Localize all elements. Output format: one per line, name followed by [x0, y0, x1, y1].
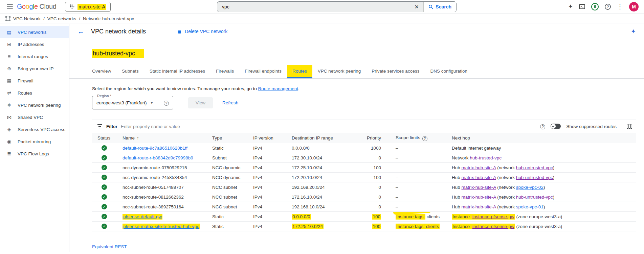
- tab-private-services-access[interactable]: Private services access: [366, 65, 425, 78]
- next-hop-link[interactable]: hub-untrusted-vpc: [516, 175, 553, 180]
- menu-icon[interactable]: [3, 0, 16, 13]
- search-input[interactable]: [217, 2, 410, 12]
- page-header: ← VPC network details Delete VPC network…: [69, 24, 644, 39]
- next-hop-link[interactable]: instance-pfsense-gw: [472, 214, 515, 220]
- sidebar-item-label: Shared VPC: [18, 115, 43, 120]
- route-name-link[interactable]: default-route-9c7a86510620b1ff: [123, 146, 187, 151]
- sidebar-item-bring-your-own-ip[interactable]: ⊕Bring your own IP: [0, 62, 69, 75]
- project-name: matrix-site-A: [77, 4, 106, 10]
- tab-routes[interactable]: Routes: [287, 65, 312, 78]
- route-name: ncc-subnet-route-0812662362: [123, 195, 184, 200]
- sidebar-item-ip-addresses[interactable]: ⊞IP addresses: [0, 38, 69, 50]
- show-suppressed-toggle[interactable]: [551, 124, 561, 129]
- gemini-icon[interactable]: ✦: [568, 3, 573, 10]
- next-hop-link[interactable]: matrix-hub-site-A: [462, 195, 496, 200]
- status-ok-icon: ✓: [102, 194, 107, 200]
- status-ok-icon: ✓: [102, 165, 107, 170]
- sidebar-item-label: Internal ranges: [18, 54, 48, 59]
- tab-dns-configuration[interactable]: DNS configuration: [425, 65, 473, 78]
- routes-table-header: StatusName↑TypeIP versionDestination IP …: [92, 133, 636, 143]
- column-header-type: Type: [204, 133, 245, 143]
- sidebar-item-vpc-networks[interactable]: ▤VPC networks: [0, 26, 69, 38]
- project-selector[interactable]: matrix-site-A: [65, 2, 111, 12]
- column-header-ip-version: IP version: [245, 133, 284, 143]
- more-vert-icon[interactable]: ⋮: [617, 3, 623, 10]
- tab-vpc-network-peering[interactable]: VPC network peering: [312, 65, 367, 78]
- route-name-link[interactable]: default-route-r-b88342d9c79998b9: [123, 155, 193, 160]
- sidebar-item-label: VPC networks: [18, 30, 47, 35]
- breadcrumb-vpc-network[interactable]: VPC Network: [13, 16, 41, 21]
- filter-help-icon[interactable]: ?: [540, 123, 545, 129]
- breadcrumb-vpc-networks[interactable]: VPC networks: [47, 16, 76, 21]
- vpc-flow-logs-icon: ≣: [6, 151, 12, 156]
- status-ok-icon: ✓: [102, 145, 107, 151]
- next-hop-link[interactable]: hub-trusted-vpc: [470, 155, 502, 160]
- equivalent-rest-link[interactable]: Equivalent REST: [92, 244, 127, 249]
- sidebar-item-packet-mirroring[interactable]: ◉Packet mirroring: [0, 135, 69, 148]
- column-header-priority: Priority: [347, 133, 382, 143]
- next-hop-link[interactable]: instance-pfsense-gw: [472, 224, 515, 229]
- tab-firewall-endpoints[interactable]: Firewall endpoints: [239, 65, 287, 78]
- back-button[interactable]: ←: [77, 28, 86, 35]
- google-cloud-logo[interactable]: GoogleCloud: [17, 3, 56, 10]
- sidebar-item-label: Serverless VPC access: [18, 127, 65, 132]
- region-help-icon[interactable]: ?: [164, 100, 169, 106]
- routes-icon: ⇄: [6, 90, 12, 96]
- column-header-scope-limits: Scope limits?: [382, 133, 452, 143]
- search-button[interactable]: Search: [423, 2, 456, 12]
- region-note: Select the region for which you want to …: [92, 86, 636, 91]
- sidebar-item-vpc-flow-logs[interactable]: ≣VPC Flow Logs: [0, 148, 69, 160]
- chevron-down-icon: ▼: [150, 101, 154, 105]
- view-button[interactable]: View: [188, 97, 213, 108]
- column-display-icon[interactable]: [627, 124, 632, 129]
- next-hop-link[interactable]: matrix-hub-site-A: [462, 185, 496, 190]
- clear-search-icon[interactable]: ✕: [410, 2, 423, 12]
- notifications-badge[interactable]: 6: [591, 3, 599, 10]
- scope-limits-help-icon[interactable]: ?: [422, 136, 427, 141]
- filter-icon: [97, 124, 103, 128]
- next-hop-link[interactable]: spoke-vpc-02: [516, 185, 543, 190]
- next-hop-link[interactable]: matrix-hub-site-A: [462, 165, 496, 170]
- table-row: ✓pfsense-matrix-site-b-trusted-hub-vpcSt…: [92, 222, 636, 231]
- refresh-button[interactable]: Refresh: [222, 100, 238, 105]
- help-icon[interactable]: ?: [605, 4, 611, 10]
- avatar[interactable]: M: [629, 2, 639, 11]
- shared-vpc-icon: ⋈: [6, 115, 12, 120]
- cloud-shell-icon[interactable]: >_: [579, 4, 585, 9]
- table-row: ✓ncc-subnet-route-3892750164NCC subnetIP…: [92, 202, 636, 212]
- tab-subnets[interactable]: Subnets: [116, 65, 144, 78]
- next-hop-link[interactable]: spoke-vpc-01: [516, 204, 543, 209]
- delete-vpc-network-button[interactable]: Delete VPC network: [177, 29, 227, 34]
- filter-input[interactable]: [121, 124, 537, 129]
- tab-overview[interactable]: Overview: [87, 65, 116, 78]
- routes-table-body: ✓default-route-9c7a86510620b1ffStaticIPv…: [92, 143, 636, 231]
- sidebar-item-label: IP addresses: [18, 42, 44, 47]
- sidebar-item-routes[interactable]: ⇄Routes: [0, 87, 69, 99]
- route-management-link[interactable]: Route management: [258, 86, 298, 91]
- sidebar-item-label: Firewall: [18, 78, 34, 83]
- tab-firewalls[interactable]: Firewalls: [210, 65, 239, 78]
- vpc-network-icon: [5, 16, 10, 21]
- tab-static-internal-ip-addresses[interactable]: Static internal IP addresses: [144, 65, 210, 78]
- column-header-destination-ip-range: Destination IP range: [284, 133, 347, 143]
- ip-addresses-icon: ⊞: [6, 42, 12, 47]
- sidebar-item-vpc-network-peering[interactable]: ❖VPC network peering: [0, 99, 69, 111]
- route-name-link[interactable]: pfsense-matrix-site-b-trusted-hub-vpc: [123, 224, 200, 229]
- sort-asc-icon[interactable]: ↑: [137, 135, 139, 141]
- sidebar-item-shared-vpc[interactable]: ⋈Shared VPC: [0, 111, 69, 123]
- region-select[interactable]: Region * europe-west3 (Frankfurt) ▼ ?: [92, 96, 173, 109]
- status-ok-icon: ✓: [102, 214, 107, 219]
- next-hop-link[interactable]: hub-untrusted-vpc: [516, 195, 553, 200]
- next-hop-link[interactable]: hub-untrusted-vpc: [516, 165, 553, 170]
- sidebar-item-serverless-vpc-access[interactable]: ◈Serverless VPC access: [0, 123, 69, 135]
- sidebar-item-internal-ranges[interactable]: ≡Internal ranges: [0, 50, 69, 62]
- sidebar-item-label: Bring your own IP: [18, 66, 54, 71]
- next-hop-link[interactable]: matrix-hub-site-A: [462, 204, 496, 209]
- route-name-link[interactable]: pfsense-default-gw: [123, 214, 162, 220]
- gemini-spark-icon[interactable]: ✦: [631, 28, 636, 35]
- sidebar-item-firewall[interactable]: ▦Firewall: [0, 75, 69, 87]
- page-title: VPC network details: [91, 28, 146, 35]
- breadcrumb-current: Network: hub-trusted-vpc: [83, 16, 134, 21]
- next-hop-link[interactable]: matrix-hub-site-A: [462, 175, 496, 180]
- status-ok-icon: ✓: [102, 184, 107, 190]
